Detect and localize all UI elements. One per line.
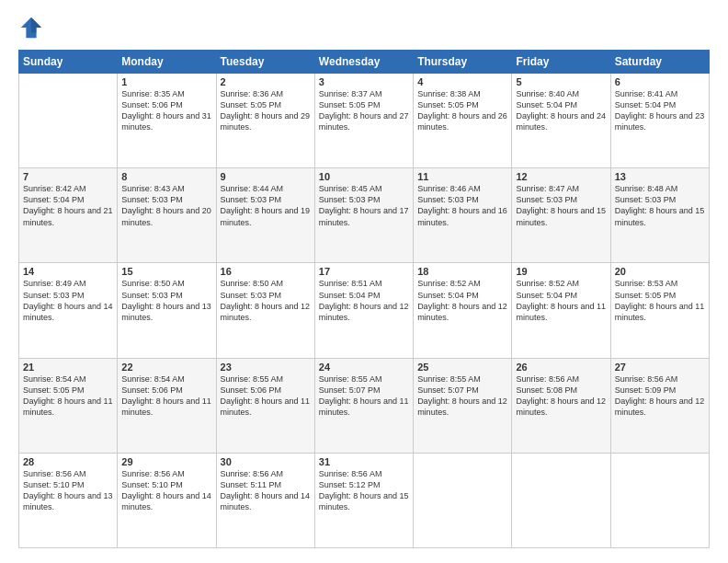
day-info: Sunrise: 8:54 AM Sunset: 5:05 PM Dayligh…	[23, 373, 113, 419]
weekday-header-friday: Friday	[512, 51, 610, 74]
calendar-cell: 23Sunrise: 8:55 AM Sunset: 5:06 PM Dayli…	[216, 358, 314, 453]
day-number: 20	[615, 266, 705, 277]
day-info: Sunrise: 8:52 AM Sunset: 5:04 PM Dayligh…	[516, 278, 606, 323]
day-info: Sunrise: 8:44 AM Sunset: 5:03 PM Dayligh…	[221, 183, 311, 228]
calendar-cell: 3Sunrise: 8:37 AM Sunset: 5:05 PM Daylig…	[314, 74, 413, 168]
calendar-cell: 29Sunrise: 8:56 AM Sunset: 5:10 PM Dayli…	[118, 453, 216, 547]
calendar-cell	[512, 453, 610, 547]
calendar-cell: 17Sunrise: 8:51 AM Sunset: 5:04 PM Dayli…	[314, 263, 413, 358]
day-number: 6	[615, 76, 705, 87]
day-number: 27	[615, 362, 705, 373]
calendar-cell: 20Sunrise: 8:53 AM Sunset: 5:05 PM Dayli…	[610, 263, 709, 358]
weekday-header-row: SundayMondayTuesdayWednesdayThursdayFrid…	[19, 51, 710, 74]
day-number: 22	[121, 362, 211, 373]
calendar-cell: 9Sunrise: 8:44 AM Sunset: 5:03 PM Daylig…	[216, 168, 314, 263]
day-number: 1	[121, 76, 211, 87]
day-info: Sunrise: 8:48 AM Sunset: 5:03 PM Dayligh…	[615, 183, 705, 228]
calendar-cell: 14Sunrise: 8:49 AM Sunset: 5:03 PM Dayli…	[19, 263, 118, 358]
weekday-header-monday: Monday	[118, 51, 216, 74]
calendar-cell: 26Sunrise: 8:56 AM Sunset: 5:08 PM Dayli…	[512, 358, 610, 453]
calendar-cell: 4Sunrise: 8:38 AM Sunset: 5:05 PM Daylig…	[414, 74, 512, 168]
day-info: Sunrise: 8:50 AM Sunset: 5:03 PM Dayligh…	[221, 278, 311, 323]
day-info: Sunrise: 8:37 AM Sunset: 5:05 PM Dayligh…	[319, 88, 409, 133]
weekday-header-tuesday: Tuesday	[216, 51, 314, 74]
day-number: 4	[417, 76, 507, 87]
calendar-cell: 10Sunrise: 8:45 AM Sunset: 5:03 PM Dayli…	[314, 168, 413, 263]
header	[18, 15, 710, 40]
day-number: 31	[319, 456, 409, 467]
day-number: 12	[516, 171, 606, 182]
day-number: 11	[417, 171, 507, 182]
day-info: Sunrise: 8:56 AM Sunset: 5:11 PM Dayligh…	[221, 468, 311, 513]
day-info: Sunrise: 8:45 AM Sunset: 5:03 PM Dayligh…	[319, 183, 409, 228]
day-info: Sunrise: 8:56 AM Sunset: 5:12 PM Dayligh…	[319, 468, 409, 513]
calendar-cell: 25Sunrise: 8:55 AM Sunset: 5:07 PM Dayli…	[414, 358, 512, 453]
day-info: Sunrise: 8:56 AM Sunset: 5:08 PM Dayligh…	[516, 373, 606, 419]
calendar-cell: 1Sunrise: 8:35 AM Sunset: 5:06 PM Daylig…	[118, 74, 216, 168]
week-row-3: 21Sunrise: 8:54 AM Sunset: 5:05 PM Dayli…	[19, 358, 710, 453]
day-info: Sunrise: 8:40 AM Sunset: 5:04 PM Dayligh…	[516, 88, 606, 133]
day-number: 9	[221, 171, 311, 182]
day-number: 23	[221, 362, 311, 373]
logo	[18, 15, 48, 40]
svg-marker-1	[31, 17, 41, 33]
week-row-0: 1Sunrise: 8:35 AM Sunset: 5:06 PM Daylig…	[19, 74, 710, 168]
day-info: Sunrise: 8:50 AM Sunset: 5:03 PM Dayligh…	[121, 278, 211, 323]
calendar-cell: 21Sunrise: 8:54 AM Sunset: 5:05 PM Dayli…	[19, 358, 118, 453]
day-number: 15	[121, 266, 211, 277]
week-row-2: 14Sunrise: 8:49 AM Sunset: 5:03 PM Dayli…	[19, 263, 710, 358]
day-number: 18	[417, 266, 507, 277]
day-number: 3	[319, 76, 409, 87]
day-info: Sunrise: 8:36 AM Sunset: 5:05 PM Dayligh…	[221, 88, 311, 133]
calendar-cell: 13Sunrise: 8:48 AM Sunset: 5:03 PM Dayli…	[610, 168, 709, 263]
weekday-header-sunday: Sunday	[19, 51, 118, 74]
calendar-cell: 8Sunrise: 8:43 AM Sunset: 5:03 PM Daylig…	[118, 168, 216, 263]
day-info: Sunrise: 8:55 AM Sunset: 5:07 PM Dayligh…	[319, 373, 409, 419]
calendar-cell: 12Sunrise: 8:47 AM Sunset: 5:03 PM Dayli…	[512, 168, 610, 263]
day-info: Sunrise: 8:51 AM Sunset: 5:04 PM Dayligh…	[319, 278, 409, 323]
calendar-cell: 30Sunrise: 8:56 AM Sunset: 5:11 PM Dayli…	[216, 453, 314, 547]
day-info: Sunrise: 8:46 AM Sunset: 5:03 PM Dayligh…	[417, 183, 507, 228]
day-number: 10	[319, 171, 409, 182]
day-number: 25	[417, 362, 507, 373]
day-number: 26	[516, 362, 606, 373]
logo-icon	[18, 15, 44, 40]
day-info: Sunrise: 8:41 AM Sunset: 5:04 PM Dayligh…	[615, 88, 705, 133]
day-number: 2	[221, 76, 311, 87]
calendar-cell: 6Sunrise: 8:41 AM Sunset: 5:04 PM Daylig…	[610, 74, 709, 168]
calendar-table: SundayMondayTuesdayWednesdayThursdayFrid…	[18, 50, 710, 548]
day-info: Sunrise: 8:38 AM Sunset: 5:05 PM Dayligh…	[417, 88, 507, 133]
day-number: 13	[615, 171, 705, 182]
day-info: Sunrise: 8:55 AM Sunset: 5:07 PM Dayligh…	[417, 373, 507, 419]
calendar-cell: 19Sunrise: 8:52 AM Sunset: 5:04 PM Dayli…	[512, 263, 610, 358]
week-row-1: 7Sunrise: 8:42 AM Sunset: 5:04 PM Daylig…	[19, 168, 710, 263]
day-info: Sunrise: 8:56 AM Sunset: 5:10 PM Dayligh…	[121, 468, 211, 513]
weekday-header-thursday: Thursday	[414, 51, 512, 74]
day-number: 24	[319, 362, 409, 373]
day-number: 29	[121, 456, 211, 467]
calendar-cell: 28Sunrise: 8:56 AM Sunset: 5:10 PM Dayli…	[19, 453, 118, 547]
calendar-cell: 27Sunrise: 8:56 AM Sunset: 5:09 PM Dayli…	[610, 358, 709, 453]
day-info: Sunrise: 8:55 AM Sunset: 5:06 PM Dayligh…	[221, 373, 311, 419]
day-info: Sunrise: 8:53 AM Sunset: 5:05 PM Dayligh…	[615, 278, 705, 323]
calendar-cell: 5Sunrise: 8:40 AM Sunset: 5:04 PM Daylig…	[512, 74, 610, 168]
calendar-cell: 31Sunrise: 8:56 AM Sunset: 5:12 PM Dayli…	[314, 453, 413, 547]
day-number: 19	[516, 266, 606, 277]
calendar-cell: 18Sunrise: 8:52 AM Sunset: 5:04 PM Dayli…	[414, 263, 512, 358]
calendar-cell: 7Sunrise: 8:42 AM Sunset: 5:04 PM Daylig…	[19, 168, 118, 263]
calendar-cell: 2Sunrise: 8:36 AM Sunset: 5:05 PM Daylig…	[216, 74, 314, 168]
week-row-4: 28Sunrise: 8:56 AM Sunset: 5:10 PM Dayli…	[19, 453, 710, 547]
day-info: Sunrise: 8:35 AM Sunset: 5:06 PM Dayligh…	[121, 88, 211, 133]
page: SundayMondayTuesdayWednesdayThursdayFrid…	[0, 0, 728, 563]
day-number: 8	[121, 171, 211, 182]
calendar-cell: 15Sunrise: 8:50 AM Sunset: 5:03 PM Dayli…	[118, 263, 216, 358]
calendar-cell	[19, 74, 118, 168]
day-number: 17	[319, 266, 409, 277]
calendar-cell	[610, 453, 709, 547]
day-number: 16	[221, 266, 311, 277]
weekday-header-saturday: Saturday	[610, 51, 709, 74]
day-info: Sunrise: 8:42 AM Sunset: 5:04 PM Dayligh…	[23, 183, 113, 228]
day-info: Sunrise: 8:47 AM Sunset: 5:03 PM Dayligh…	[516, 183, 606, 228]
calendar-cell: 16Sunrise: 8:50 AM Sunset: 5:03 PM Dayli…	[216, 263, 314, 358]
day-info: Sunrise: 8:52 AM Sunset: 5:04 PM Dayligh…	[417, 278, 507, 323]
